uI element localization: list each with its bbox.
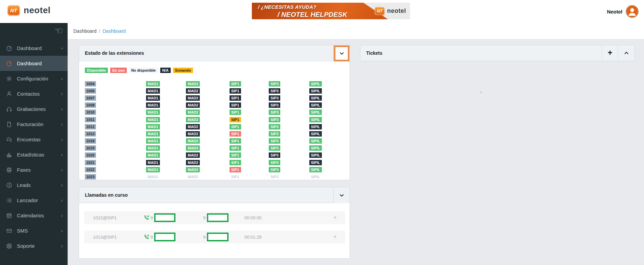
extension-status-badge: MAD2 [186, 88, 200, 94]
chevron-left-icon: ‹ [61, 227, 63, 234]
user-avatar-icon [626, 5, 639, 18]
extension-status-badge: SIP1 [230, 81, 241, 87]
banner-line1: / ¿NECESITAS AYUDA? [258, 4, 347, 10]
call-from-prefix: 9 [150, 235, 153, 240]
extension-status-badge: MAD2 [186, 138, 200, 144]
plus-icon: + [607, 49, 612, 57]
call-close-icon[interactable]: × [325, 234, 345, 240]
outgoing-call-icon [144, 234, 149, 240]
extension-row: 1022MAD1MAD2SIP1SIP3SIPIL [85, 166, 350, 173]
extension-status-badge: MAD2 [186, 131, 200, 137]
extension-row: 1004MAD1MAD2SIP1SIP3SIPIL [85, 80, 350, 87]
legend-busy: En uso [110, 68, 127, 73]
user-menu[interactable]: Neotel [607, 5, 639, 18]
sidebar-item-calendarios[interactable]: Calendarios‹ [0, 208, 68, 223]
sidebar-item-grabaciones[interactable]: Grabaciones‹ [0, 101, 68, 117]
sidebar-item-soporte[interactable]: Soporte‹ [0, 238, 68, 254]
redacted-number-box [207, 213, 229, 222]
chevron-left-icon: ‹ [61, 151, 63, 158]
extension-status-badge: SIP1 [230, 110, 241, 115]
sidebar-item-lanzador[interactable]: Lanzador‹ [0, 193, 68, 208]
extension-number: 1011 [85, 117, 96, 122]
tickets-collapse-button[interactable] [618, 45, 634, 61]
extension-status-badge: MAD1 [146, 88, 160, 94]
calls-list: 1022@SIP19900:00:00×1013@SIP19900:01:29× [79, 203, 350, 243]
sidebar-menu: Dashboard‹DashboardConfiguración‹Contact… [0, 41, 68, 254]
neotel-logo-icon: NT [7, 5, 20, 16]
chevron-up-icon [624, 50, 629, 56]
extension-status-badge: SIPIL [309, 102, 322, 108]
extension-number: 1021 [85, 160, 96, 165]
extension-number: 1007 [85, 95, 96, 101]
extension-row: 1010MAD1MAD2SIP1SIP3SIPIL [85, 109, 350, 116]
call-caller: 1013@SIP1 [93, 235, 144, 240]
top-header: NT neotel / ¿NECESITAS AYUDA? / NEOTEL H… [0, 0, 644, 23]
extension-status-badge: MAD1 [146, 152, 160, 158]
extension-status-badge: MAD1 [146, 160, 160, 165]
banner-logo-wordmark: neotel [387, 7, 406, 15]
extension-number: 1012 [85, 124, 96, 129]
extensions-collapse-button[interactable] [333, 45, 350, 62]
legend-unavailable: No disponible [129, 68, 158, 73]
tickets-panel-header: Tickets + [360, 45, 634, 61]
sidebar-item-sms[interactable]: SMS‹ [0, 223, 68, 238]
extension-status-badge: SIP3 [269, 95, 280, 101]
calls-collapse-button[interactable] [333, 187, 350, 203]
calls-panel: Llamadas en curso 1022@SIP19900:00:00×10… [79, 187, 350, 259]
sidebar-item-dashboard-sub[interactable]: Dashboard [0, 56, 68, 71]
hand-icon[interactable]: ☜ [54, 26, 63, 36]
helpdesk-banner[interactable]: / ¿NECESITAS AYUDA? / NEOTEL HELPDESK NT… [252, 3, 410, 19]
tickets-add-button[interactable]: + [602, 45, 618, 61]
chevron-left-icon: ‹ [61, 167, 63, 173]
sidebar-item-dashboard[interactable]: Dashboard‹ [0, 41, 68, 56]
outgoing-call-icon [144, 215, 149, 221]
extension-number: 1022 [85, 167, 96, 172]
sidebar-item-contactos[interactable]: Contactos‹ [0, 86, 68, 101]
banner-line2: / NEOTEL HELPDESK [278, 10, 347, 19]
gauge-icon [6, 45, 12, 51]
extension-status-badge: MAD2 [186, 102, 200, 108]
extension-status-badge: SIPIL [309, 174, 322, 179]
extension-status-badge: MAD2 [186, 124, 200, 129]
extensions-panel-header: Estado de las extensiones [79, 45, 350, 61]
app-logo[interactable]: NT neotel [7, 5, 51, 16]
extension-row: 1013MAD1MAD2SIP1SIP3SIPIL [85, 130, 350, 137]
extension-status-badge: SIPIL [309, 124, 322, 129]
lifering-icon [6, 243, 12, 249]
call-close-icon[interactable]: × [325, 214, 345, 221]
banner-neotel-logo-icon: NT [375, 7, 385, 15]
extension-status-badge: SIP3 [269, 88, 280, 94]
sidebar: ☜ Dashboard‹DashboardConfiguración‹Conta… [0, 23, 68, 265]
user-name: Neotel [607, 9, 622, 15]
chevron-left-icon: ‹ [61, 136, 63, 143]
extension-status-badge: MAD2 [186, 160, 200, 165]
extension-status-badge: MAD1 [146, 124, 160, 129]
extension-status-badge: MAD2 [186, 95, 200, 101]
sidebar-item-encuestas[interactable]: Encuestas‹ [0, 132, 68, 147]
sidebar-item-facturación[interactable]: Facturación‹ [0, 117, 68, 132]
extension-status-badge: MAD1 [146, 102, 160, 108]
extension-status-badge: SIPIL [309, 167, 322, 172]
call-row: 1022@SIP19900:00:00× [84, 211, 345, 224]
legend-ringing: Sonando [173, 68, 193, 73]
sidebar-item-faxes[interactable]: Faxes‹ [0, 162, 68, 177]
breadcrumb-root[interactable]: Dashboard [73, 28, 97, 34]
extension-status-badge: SIP3 [269, 174, 280, 179]
gauge-icon [6, 61, 12, 67]
extension-status-badge: MAD2 [186, 167, 200, 172]
extension-status-badge: MAD1 [146, 167, 160, 172]
extension-status-badge: SIP3 [269, 152, 280, 158]
extension-row: 1020MAD1MAD2SIP1SIP3SIPIL [85, 151, 350, 159]
breadcrumb-separator: / [99, 28, 100, 34]
extension-status-badge: MAD1 [146, 131, 160, 137]
sidebar-item-estadísticas[interactable]: Estadísticas‹ [0, 147, 68, 162]
extension-status-badge: SIP3 [269, 124, 280, 129]
extension-status-badge: SIP3 [269, 102, 280, 108]
redacted-number-box [207, 233, 229, 241]
chevron-left-icon: ‹ [61, 75, 63, 82]
sidebar-item-configuración[interactable]: Configuración‹ [0, 71, 68, 86]
extension-status-badge: SIP1 [230, 160, 241, 165]
sidebar-item-leads[interactable]: Leads‹ [0, 177, 68, 193]
extension-status-badge: MAD1 [146, 110, 160, 115]
breadcrumb-current[interactable]: Dashboard [102, 28, 126, 34]
